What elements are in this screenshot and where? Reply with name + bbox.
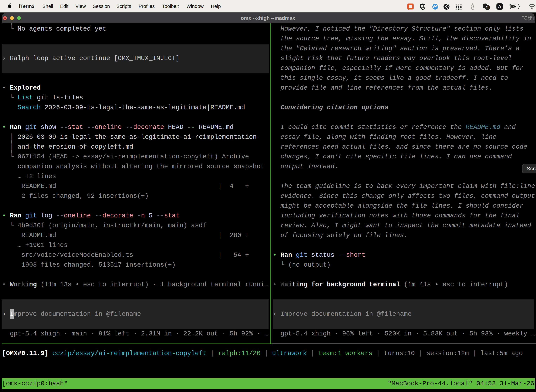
svg-text:..61: ..61 <box>484 6 489 9</box>
svg-text:A: A <box>498 4 501 9</box>
svg-text:1: 1 <box>532 16 534 21</box>
